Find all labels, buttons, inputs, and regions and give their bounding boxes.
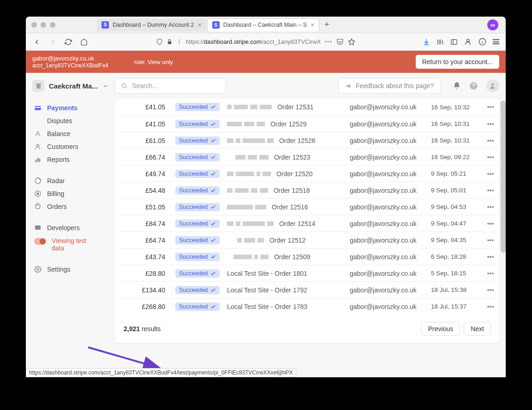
email-cell: gabor@javorszky.co.uk: [350, 137, 431, 144]
row-menu-button[interactable]: •••: [482, 187, 499, 194]
sidebar-item-payments[interactable]: Payments: [26, 101, 115, 114]
info-button[interactable]: [478, 38, 486, 46]
return-to-account-button[interactable]: Return to your account...: [416, 55, 499, 69]
row-menu-button[interactable]: •••: [482, 203, 499, 211]
redacted-text: [233, 255, 269, 259]
redacted-text: [227, 122, 265, 126]
table-row[interactable]: £43.74 Succeeded Order 12509 gabor@javor…: [115, 248, 499, 265]
pocket-icon[interactable]: [336, 38, 344, 46]
sidebar-item-developers[interactable]: Developers: [26, 221, 115, 234]
close-icon[interactable]: ×: [197, 21, 201, 29]
search-input[interactable]: Search...: [115, 78, 226, 94]
table-row[interactable]: £41.05 Succeeded Order 12529 gabor@javor…: [115, 115, 499, 132]
date-cell: 9 Sep, 04:53: [431, 203, 482, 210]
status-cell: Succeeded: [175, 203, 227, 211]
status-badge: Succeeded: [175, 186, 220, 195]
table-row[interactable]: £61.05 Succeeded Order 12526 gabor@javor…: [115, 132, 499, 149]
row-menu-button[interactable]: •••: [482, 253, 499, 261]
status-cell: Succeeded: [175, 253, 227, 261]
loom-icon[interactable]: ∞: [487, 19, 498, 30]
sidebar-item-settings[interactable]: Settings: [26, 263, 115, 276]
row-menu-button[interactable]: •••: [482, 220, 499, 227]
tab-inactive[interactable]: S Dashboard – Dummy Account 2 ×: [97, 18, 206, 31]
sidebar-item-orders[interactable]: Orders: [26, 200, 115, 213]
status-badge: Succeeded: [175, 220, 220, 228]
sidebar-item-billing[interactable]: Billing: [26, 187, 115, 200]
description-cell: Order 12520: [227, 170, 350, 178]
table-row[interactable]: £64.74 Succeeded Order 12512 gabor@javor…: [115, 232, 499, 248]
account-name: Caekcraft Ma...: [49, 82, 98, 90]
impersonated-role: role: View only: [134, 59, 173, 65]
date-cell: 16 Sep, 10:31: [431, 137, 482, 144]
status-badge: Succeeded: [175, 120, 220, 128]
sidebar-button[interactable]: [450, 38, 458, 46]
sidebar-item-radar[interactable]: Radar: [26, 174, 115, 187]
account-switcher[interactable]: Caekcraft Ma...: [32, 80, 108, 92]
radar-icon: [34, 177, 42, 184]
home-button[interactable]: [79, 37, 89, 47]
chevron-down-icon: [102, 83, 108, 89]
row-menu-button[interactable]: •••: [482, 286, 499, 294]
sidebar-item-reports[interactable]: Reports: [26, 153, 115, 166]
sidebar-item-customers[interactable]: Customers: [26, 140, 115, 153]
sidebar-item-test-mode[interactable]: Viewing test data: [26, 234, 115, 255]
store-icon: [32, 80, 44, 92]
new-tab-button[interactable]: +: [320, 18, 333, 31]
email-cell: gabor@javorszky.co.uk: [350, 237, 431, 244]
feedback-button[interactable]: Feedback about this page?: [338, 78, 441, 94]
previous-button[interactable]: Previous: [421, 322, 460, 336]
row-menu-button[interactable]: •••: [482, 270, 499, 277]
date-cell: 18 Jul, 15:38: [431, 286, 482, 293]
downloads-button[interactable]: [423, 38, 430, 46]
row-menu-button[interactable]: •••: [482, 170, 499, 178]
user-avatar[interactable]: [486, 79, 499, 92]
next-button[interactable]: Next: [464, 322, 491, 336]
row-menu-button[interactable]: •••: [482, 103, 499, 111]
window-controls[interactable]: [31, 22, 55, 28]
help-button[interactable]: [469, 82, 478, 90]
sidebar-item-disputes[interactable]: Disputes: [26, 114, 115, 127]
table-row[interactable]: £49.74 Succeeded Order 12520 gabor@javor…: [115, 165, 499, 182]
row-menu-button[interactable]: •••: [482, 137, 499, 144]
tab-title: Dashboard – Dummy Account 2: [113, 22, 194, 28]
bookmark-icon[interactable]: [348, 38, 355, 46]
row-menu-button[interactable]: •••: [482, 120, 499, 128]
status-cell: Succeeded: [175, 153, 227, 161]
row-menu-button[interactable]: •••: [482, 154, 499, 161]
forward-button: [48, 37, 57, 47]
notifications-button[interactable]: [453, 82, 461, 90]
table-row[interactable]: £28.80 Succeeded Local Test Site - Order…: [115, 265, 499, 281]
tab-active[interactable]: S Dashboard – Caekcraft Main – S ×: [207, 18, 320, 31]
test-mode-toggle[interactable]: [34, 238, 46, 245]
table-row[interactable]: £268.80 Succeeded Local Test Site - Orde…: [115, 298, 499, 315]
table-row[interactable]: £41.05 Succeeded Order 12531 gabor@javor…: [115, 99, 499, 115]
row-menu-button[interactable]: •••: [482, 303, 499, 310]
url-bar[interactable]: https://dashboard.stripe.com/acct_1any83…: [95, 36, 416, 48]
dashboard-topbar: Caekcraft Ma... Search... Feedback about…: [26, 73, 506, 99]
reload-button[interactable]: [64, 37, 73, 47]
menu-button[interactable]: [493, 39, 499, 44]
status-cell: Succeeded: [175, 120, 227, 128]
svg-point-18: [37, 193, 39, 195]
row-menu-button[interactable]: •••: [482, 237, 499, 244]
amount-cell: £61.05: [115, 137, 175, 144]
status-cell: Succeeded: [175, 303, 227, 311]
description-cell: Order 12529: [227, 120, 350, 128]
library-button[interactable]: [436, 38, 444, 46]
table-row[interactable]: £134.40 Succeeded Local Test Site - Orde…: [115, 281, 499, 298]
close-icon[interactable]: ×: [311, 21, 314, 29]
date-cell: 18 Jul, 15:37: [431, 303, 482, 310]
status-badge: Succeeded: [175, 103, 220, 111]
table-row[interactable]: £66.74 Succeeded Order 12523 gabor@javor…: [115, 149, 499, 165]
back-button[interactable]: [32, 37, 42, 47]
svg-rect-0: [168, 42, 172, 44]
scrollbar[interactable]: [501, 101, 506, 253]
url-more-icon[interactable]: •••: [325, 38, 333, 45]
table-row[interactable]: £54.48 Succeeded Order 12518 gabor@javor…: [115, 182, 499, 198]
svg-point-7: [122, 83, 126, 87]
sidebar-item-balance[interactable]: Balance: [26, 127, 115, 140]
account-button[interactable]: [464, 38, 472, 46]
description-cell: Local Test Site - Order 1792: [227, 286, 350, 294]
table-row[interactable]: £51.05 Succeeded Order 12516 gabor@javor…: [115, 198, 499, 215]
table-row[interactable]: £84.74 Succeeded Order 12514 gabor@javor…: [115, 215, 499, 232]
